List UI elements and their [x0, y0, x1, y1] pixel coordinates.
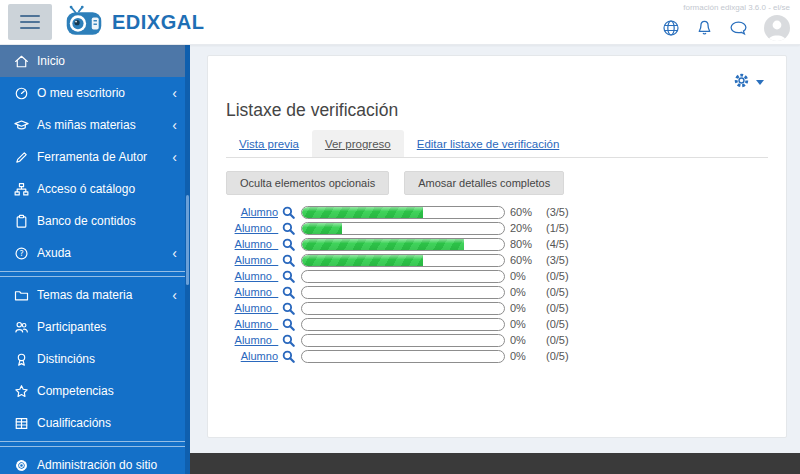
progress-bar-fill [302, 239, 464, 250]
grades-icon [13, 415, 29, 431]
sidebar-divider [0, 441, 190, 447]
sidebar-item-o-meu-escritorio[interactable]: O meu escritorio ‹ [0, 77, 190, 109]
progress-bar [301, 270, 505, 283]
pencil-icon [13, 149, 29, 165]
magnifier-icon[interactable] [282, 318, 295, 331]
star-icon [13, 383, 29, 399]
student-link[interactable]: Alumno [226, 350, 278, 362]
folder-icon [13, 287, 29, 303]
student-link[interactable]: Alumno_ [226, 238, 278, 250]
progress-row: Alumno 0% (0/5) [226, 348, 786, 364]
chevron-left-icon: ‹ [172, 246, 180, 260]
progress-percent: 60% [505, 254, 546, 266]
show-full-details-button[interactable]: Amosar detalles completos [404, 171, 564, 195]
student-link[interactable]: Alumno_ [226, 270, 278, 282]
sidebar-item-administracion-do-sitio[interactable]: Administración do sitio ‹ [0, 449, 190, 474]
magnifier-icon[interactable] [282, 350, 295, 363]
progress-percent: 0% [505, 350, 546, 362]
magnifier-icon[interactable] [282, 286, 295, 299]
progress-fraction: (0/5) [546, 270, 569, 282]
progress-bar [301, 222, 505, 235]
tab-vista-previa[interactable]: Vista previa [226, 130, 312, 157]
progress-bar-fill [302, 207, 423, 218]
users-icon [13, 319, 29, 335]
progress-table: Alumno 60% (3/5) Alumno_ 20% (1/5) Alumn… [226, 204, 786, 364]
magnifier-icon[interactable] [282, 270, 295, 283]
sidebar-item-distincions[interactable]: Distincións ‹ [0, 343, 190, 375]
chat-icon[interactable] [729, 20, 748, 37]
magnifier-icon[interactable] [282, 222, 295, 235]
brand-name: EDIXGAL [112, 11, 204, 34]
sidebar-item-banco-de-contidos[interactable]: Banco de contidos ‹ [0, 205, 190, 237]
gear-icon [13, 457, 29, 473]
help-icon: ? [13, 245, 29, 261]
version-text: formación edixgal 3.6.0 - el/se [683, 3, 790, 13]
progress-fraction: (0/5) [546, 350, 569, 362]
globe-icon[interactable] [662, 19, 680, 37]
progress-row: Alumno_ 0% (0/5) [226, 332, 786, 348]
student-link[interactable]: Alumno [226, 206, 278, 218]
bell-icon[interactable] [696, 19, 713, 37]
student-link[interactable]: Alumno_ [226, 222, 278, 234]
sidebar-item-axuda[interactable]: ? Axuda ‹ [0, 237, 190, 269]
clipboard-icon [13, 213, 29, 229]
chevron-left-icon: ‹ [172, 150, 180, 164]
magnifier-icon[interactable] [282, 206, 295, 219]
magnifier-icon[interactable] [282, 334, 295, 347]
magnifier-icon[interactable] [282, 302, 295, 315]
sidebar-item-as-minas-materias[interactable]: As miñas materias ‹ [0, 109, 190, 141]
progress-row: Alumno_ 0% (0/5) [226, 268, 786, 284]
progress-bar [301, 254, 505, 267]
sitemap-icon [13, 181, 29, 197]
sidebar-item-temas-da-materia[interactable]: Temas da materia ‹ [0, 279, 190, 311]
chevron-left-icon: ‹ [172, 118, 180, 132]
caret-down-icon [756, 80, 764, 85]
sidebar-item-ferramenta-de-autor[interactable]: Ferramenta de Autor ‹ [0, 141, 190, 173]
progress-bar [301, 334, 505, 347]
progress-fraction: (1/5) [546, 222, 569, 234]
magnifier-icon[interactable] [282, 238, 295, 251]
avatar[interactable] [764, 15, 790, 41]
student-link[interactable]: Alumno_ [226, 302, 278, 314]
medal-icon [13, 351, 29, 367]
tab-ver-progreso[interactable]: Ver progreso [312, 130, 404, 157]
gear-icon [732, 71, 751, 94]
sidebar-item-competencias[interactable]: Competencias ‹ [0, 375, 190, 407]
page-footer [190, 453, 800, 474]
hide-optional-button[interactable]: Oculta elementos opcionais [226, 171, 389, 195]
sidebar-item-cualificacions[interactable]: Cualificacións ‹ [0, 407, 190, 439]
sidebar-item-acceso-o-catalogo[interactable]: Acceso ó catálogo ‹ [0, 173, 190, 205]
student-link[interactable]: Alumno_ [226, 318, 278, 330]
progress-row: Alumno_ 0% (0/5) [226, 316, 786, 332]
hamburger-menu-button[interactable] [8, 4, 52, 40]
student-link[interactable]: Alumno_ [226, 254, 278, 266]
progress-percent: 0% [505, 270, 546, 282]
progress-fraction: (0/5) [546, 318, 569, 330]
progress-bar [301, 238, 505, 251]
progress-fraction: (3/5) [546, 206, 569, 218]
progress-percent: 0% [505, 302, 546, 314]
page-title: Listaxe de verificación [226, 100, 768, 121]
edixgal-logo-icon [65, 5, 103, 40]
progress-bar-fill [302, 223, 342, 234]
graduation-cap-icon [13, 117, 29, 133]
brand-link[interactable]: EDIXGAL [65, 5, 204, 40]
tab-editar-listaxe[interactable]: Editar listaxe de verificación [404, 130, 573, 157]
settings-menu-toggle[interactable] [208, 56, 786, 94]
progress-bar [301, 206, 505, 219]
action-buttons: Oculta elementos opcionais Amosar detall… [226, 171, 768, 195]
progress-percent: 0% [505, 286, 546, 298]
progress-fraction: (4/5) [546, 238, 569, 250]
progress-percent: 0% [505, 334, 546, 346]
student-link[interactable]: Alumno_ [226, 286, 278, 298]
progress-row: Alumno_ 20% (1/5) [226, 220, 786, 236]
dashboard-icon [13, 85, 29, 101]
sidebar-item-inicio[interactable]: Inicio ‹ [0, 45, 190, 77]
progress-percent: 0% [505, 318, 546, 330]
magnifier-icon[interactable] [282, 254, 295, 267]
sidebar-item-participantes[interactable]: Participantes ‹ [0, 311, 190, 343]
main-content: Listaxe de verificación Vista previa Ver… [190, 45, 800, 474]
student-link[interactable]: Alumno_ [226, 334, 278, 346]
progress-bar [301, 302, 505, 315]
sidebar-scrollbar[interactable] [185, 45, 190, 474]
